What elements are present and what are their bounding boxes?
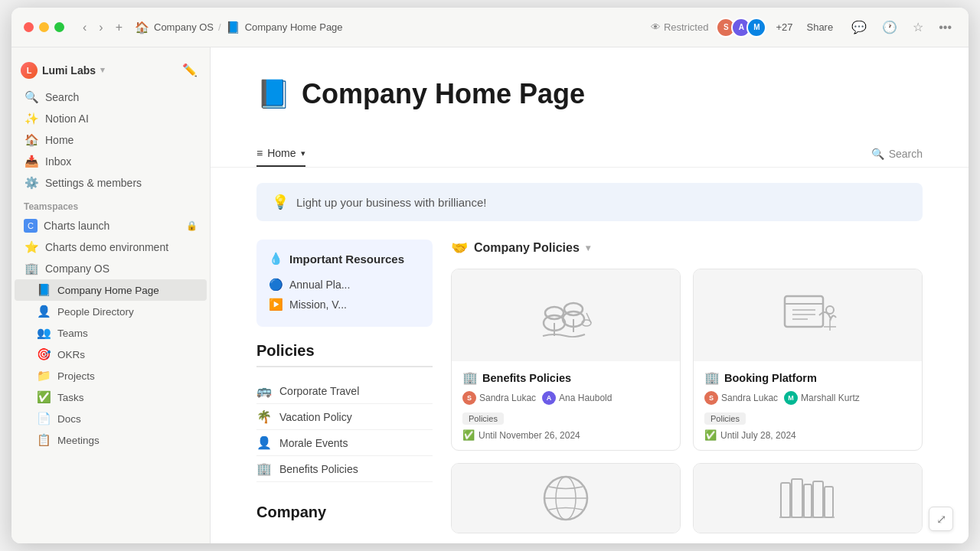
people-dir-icon: 👤	[36, 305, 51, 318]
svg-point-13	[826, 306, 834, 314]
svg-line-7	[586, 313, 591, 323]
resources-box: 💧 Important Resources 🔵 Annual Pla... ▶️…	[256, 240, 433, 327]
mission-icon: ▶️	[269, 298, 283, 311]
close-button[interactable]	[24, 22, 34, 32]
minimize-button[interactable]	[39, 22, 49, 32]
policy-item-vacation[interactable]: 🌴 Vacation Policy	[256, 404, 433, 430]
page-title: Company Home Page	[302, 78, 585, 110]
more-button[interactable]: •••	[934, 18, 956, 37]
author-chip: M Marshall Kurtz	[784, 391, 860, 405]
favorite-button[interactable]: ☆	[908, 17, 928, 37]
tab-chevron: ▾	[301, 148, 305, 158]
home-icon: 🏠	[24, 133, 39, 147]
resources-item-annual[interactable]: 🔵 Annual Pla...	[269, 275, 420, 295]
resources-item-mission[interactable]: ▶️ Mission, V...	[269, 295, 420, 315]
new-page-button[interactable]: ✏️	[179, 60, 201, 80]
banner: 💡 Light up your business with brilliance…	[256, 183, 923, 221]
card-label-benefits: Benefits Policies	[482, 372, 571, 384]
policy-item-benefits[interactable]: 🏢 Benefits Policies	[256, 456, 433, 482]
sidebar-label-people-directory: People Directory	[57, 306, 134, 318]
expand-button[interactable]: ⤢	[929, 507, 953, 531]
share-button[interactable]: Share	[799, 18, 841, 36]
card-authors-benefits: S Sandra Lukac A Ana Haubold	[462, 391, 669, 405]
sidebar-item-home[interactable]: 🏠 Home	[15, 129, 207, 151]
company-policies-label: Company Policies	[474, 241, 580, 255]
sidebar-item-okrs[interactable]: 🎯 OKRs	[15, 344, 207, 365]
right-column: 🤝 Company Policies ▾	[451, 240, 923, 533]
maximize-button[interactable]	[54, 22, 64, 32]
card-image-global	[452, 464, 680, 533]
sidebar-item-inbox[interactable]: 📥 Inbox	[15, 151, 207, 172]
resources-item-annual-label: Annual Pla...	[289, 279, 350, 291]
sidebar-label-notion-ai: Notion AI	[45, 112, 89, 125]
page-title-icon: 📘	[256, 78, 291, 110]
tag-booking: Policies	[704, 412, 746, 425]
back-button[interactable]: ‹	[78, 18, 91, 37]
charts-launch-icon: C	[24, 219, 38, 233]
due-date-booking: ✅ Until July 28, 2024	[704, 429, 911, 441]
tab-home[interactable]: ≡ Home ▾	[256, 141, 305, 167]
workspace-name[interactable]: L Lumi Labs ▾	[21, 62, 105, 79]
search-icon: 🔍	[24, 90, 39, 104]
sidebar-item-teams[interactable]: 👥 Teams	[15, 322, 207, 344]
breadcrumb-page[interactable]: Company Home Page	[245, 21, 343, 33]
author-name: Sandra Lukac	[721, 393, 778, 403]
sidebar-label-teams: Teams	[57, 328, 88, 339]
sidebar-label-tasks: Tasks	[57, 392, 84, 403]
cards-grid: 🏢 Benefits Policies S Sandra Lukac	[451, 269, 923, 533]
card-library[interactable]	[693, 463, 923, 533]
vacation-icon: 🌴	[256, 409, 272, 424]
card-booking[interactable]: 🏢 Booking Platform S Sandra Lukac	[693, 269, 923, 451]
tab-search[interactable]: 🔍 Search	[871, 148, 923, 160]
history-button[interactable]: 🕐	[877, 17, 902, 37]
card-label-booking: Booking Platform	[724, 372, 817, 384]
policy-item-travel[interactable]: 🚌 Corporate Travel	[256, 378, 433, 404]
author-chip: S Sandra Lukac	[704, 391, 778, 405]
sidebar-label-projects: Projects	[57, 370, 95, 382]
card-image-benefits	[452, 269, 680, 361]
card-body-benefits: 🏢 Benefits Policies S Sandra Lukac	[452, 361, 680, 450]
workspace-label: Lumi Labs	[42, 64, 96, 77]
company-os-icon: 🏢	[24, 262, 39, 276]
sidebar-label-company-os: Company OS	[45, 262, 109, 275]
svg-point-1	[545, 307, 564, 319]
sidebar-item-search[interactable]: 🔍 Search	[15, 86, 207, 108]
sidebar-item-charts-launch[interactable]: C Charts launch 🔒	[15, 215, 207, 236]
card-icon-benefits: 🏢	[462, 370, 478, 385]
company-home-icon: 📘	[36, 283, 51, 297]
sidebar-item-people-directory[interactable]: 👤 People Directory	[15, 301, 207, 322]
workspace-logo: L	[21, 62, 38, 79]
policy-item-morale[interactable]: 👤 Morale Events	[256, 430, 433, 456]
sidebar-label-okrs: OKRs	[57, 349, 85, 360]
breadcrumb-separator: /	[218, 21, 221, 33]
sidebar-item-projects[interactable]: 📁 Projects	[15, 365, 207, 386]
card-benefits[interactable]: 🏢 Benefits Policies S Sandra Lukac	[451, 269, 681, 451]
sidebar-label-inbox: Inbox	[45, 155, 71, 168]
teamspaces-label: Teamspaces	[11, 194, 210, 215]
forward-button[interactable]: ›	[94, 18, 107, 37]
sidebar-item-settings[interactable]: ⚙️ Settings & members	[15, 172, 207, 194]
card-body-booking: 🏢 Booking Platform S Sandra Lukac	[694, 361, 922, 450]
meetings-icon: 📋	[36, 433, 51, 447]
svg-point-3	[564, 303, 583, 315]
restricted-badge[interactable]: 👁 Restricted	[651, 21, 709, 33]
author-avatar: S	[704, 391, 718, 405]
sidebar-item-tasks[interactable]: ✅ Tasks	[15, 386, 207, 408]
sidebar-item-meetings[interactable]: 📋 Meetings	[15, 429, 207, 451]
sidebar-item-notion-ai[interactable]: ✨ Notion AI	[15, 108, 207, 129]
sidebar-item-company-os[interactable]: 🏢 Company OS	[15, 258, 207, 279]
sidebar-header: L Lumi Labs ▾ ✏️	[11, 57, 210, 86]
sidebar-item-docs[interactable]: 📄 Docs	[15, 408, 207, 429]
sidebar-item-charts-demo[interactable]: ⭐ Charts demo environment	[15, 236, 207, 258]
teams-icon: 👥	[36, 326, 51, 340]
resources-title-text: Important Resources	[289, 253, 404, 266]
card-global[interactable]	[451, 463, 681, 533]
author-avatar: A	[542, 391, 556, 405]
content-area: L Lumi Labs ▾ ✏️ 🔍 Search ✨ Notion AI 🏠 …	[11, 47, 969, 543]
card-title-booking: 🏢 Booking Platform	[704, 370, 911, 385]
sidebar-item-company-home[interactable]: 📘 Company Home Page	[15, 279, 207, 301]
svg-rect-20	[792, 479, 802, 517]
comment-button[interactable]: 💬	[847, 17, 871, 37]
add-tab-button[interactable]: +	[111, 18, 127, 37]
breadcrumb-workspace[interactable]: Company OS	[154, 21, 214, 33]
